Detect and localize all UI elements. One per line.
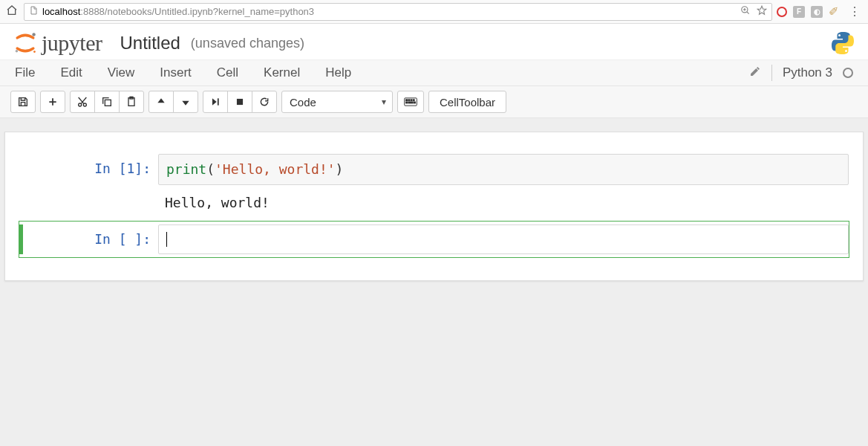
browser-menu-icon[interactable]: ⋮ — [846, 4, 864, 19]
menu-insert[interactable]: Insert — [160, 65, 192, 80]
code-input[interactable] — [158, 224, 849, 254]
edit-icon[interactable] — [749, 65, 761, 81]
svg-rect-11 — [218, 98, 219, 105]
svg-rect-15 — [408, 100, 410, 101]
extension-icon[interactable]: F — [793, 6, 805, 18]
notebook-header: jupyter Untitled (unsaved changes) — [0, 24, 868, 59]
cell-output: Hello, world! — [157, 192, 277, 213]
code-input[interactable]: print('Hello, world!') — [158, 154, 849, 185]
output-row: Hello, world! — [19, 192, 849, 213]
cell-toolbar-button[interactable]: CellToolbar — [428, 91, 506, 113]
toolbar: Code CellToolbar — [0, 86, 868, 118]
menu-kernel[interactable]: Kernel — [264, 65, 300, 80]
svg-point-5 — [845, 50, 847, 52]
svg-rect-17 — [413, 100, 414, 101]
url-host: localhost — [42, 6, 80, 17]
svg-point-4 — [838, 34, 841, 36]
insert-cell-button[interactable] — [40, 91, 65, 113]
url-port: :8888 — [80, 6, 105, 17]
divider — [771, 65, 772, 81]
cell-type-value: Code — [290, 96, 316, 109]
run-group — [203, 91, 277, 113]
svg-point-7 — [83, 103, 86, 106]
extension-icon[interactable]: ◐ — [811, 6, 823, 18]
svg-rect-20 — [414, 102, 416, 103]
svg-rect-9 — [128, 98, 134, 106]
home-icon[interactable] — [4, 4, 19, 19]
svg-point-1 — [32, 33, 35, 36]
code-token: 'Hello, world!' — [215, 161, 336, 178]
move-up-button[interactable] — [149, 91, 174, 113]
menu-view[interactable]: View — [108, 65, 135, 80]
input-prompt: In [1]: — [25, 154, 158, 184]
url-path: /notebooks/Untitled.ipynb?kernel_name=py… — [105, 6, 314, 17]
svg-rect-16 — [411, 100, 412, 101]
move-group — [149, 91, 198, 113]
code-token: ) — [336, 161, 344, 178]
svg-rect-19 — [408, 102, 413, 103]
browser-extensions: F ◐ ✐ — [777, 4, 841, 19]
text-cursor — [166, 232, 167, 247]
svg-rect-18 — [406, 102, 408, 103]
run-button[interactable] — [203, 91, 228, 113]
svg-point-0 — [742, 7, 748, 13]
cut-button[interactable] — [70, 91, 95, 113]
zoom-icon[interactable] — [740, 5, 751, 18]
restart-button[interactable] — [252, 91, 277, 113]
menu-bar: File Edit View Insert Cell Kernel Help P… — [0, 59, 868, 86]
url-input[interactable]: localhost:8888/notebooks/Untitled.ipynb?… — [24, 3, 772, 21]
svg-point-2 — [16, 50, 19, 53]
browser-address-bar: localhost:8888/notebooks/Untitled.ipynb?… — [0, 0, 868, 24]
command-palette-button[interactable] — [397, 91, 424, 113]
svg-point-3 — [33, 51, 36, 53]
bookmark-star-icon[interactable] — [757, 5, 767, 18]
extension-icon[interactable] — [777, 7, 787, 17]
kernel-name[interactable]: Python 3 — [783, 65, 832, 80]
page-icon — [29, 5, 38, 18]
notebook-save-status: (unsaved changes) — [191, 36, 304, 51]
jupyter-logo[interactable]: jupyter — [12, 30, 102, 56]
svg-rect-8 — [105, 100, 111, 106]
code-token: print — [166, 161, 206, 178]
notebook-title[interactable]: Untitled — [120, 33, 180, 54]
svg-rect-12 — [237, 99, 243, 105]
svg-rect-13 — [405, 98, 417, 106]
menu-edit[interactable]: Edit — [60, 65, 82, 80]
menu-file[interactable]: File — [15, 65, 35, 80]
edit-group — [70, 91, 144, 113]
cell-select-bar — [19, 154, 23, 185]
code-cell[interactable]: In [1]: print('Hello, world!') — [19, 150, 849, 189]
jupyter-brand-text: jupyter — [42, 30, 102, 56]
copy-button[interactable] — [94, 91, 120, 113]
cell-type-select[interactable]: Code — [281, 91, 393, 113]
python-logo-icon — [829, 30, 856, 56]
move-down-button[interactable] — [173, 91, 198, 113]
svg-rect-10 — [130, 97, 133, 99]
input-prompt: In [ ]: — [25, 224, 158, 254]
cell-select-bar — [19, 224, 23, 254]
svg-rect-14 — [406, 100, 408, 101]
save-button[interactable] — [10, 91, 36, 113]
code-token: ( — [206, 161, 215, 178]
svg-point-6 — [79, 103, 82, 106]
jupyter-mark-icon — [12, 31, 39, 55]
interrupt-button[interactable] — [227, 91, 252, 113]
notebook-container: In [1]: print('Hello, world!') Hello, wo… — [0, 118, 868, 294]
menu-cell[interactable]: Cell — [217, 65, 238, 80]
code-cell[interactable]: In [ ]: — [19, 221, 849, 258]
menu-help[interactable]: Help — [325, 65, 351, 80]
notebook-page: In [1]: print('Hello, world!') Hello, wo… — [4, 132, 864, 281]
kernel-indicator-icon — [843, 68, 853, 78]
paste-button[interactable] — [119, 91, 144, 113]
extension-icon[interactable]: ✐ — [829, 4, 838, 19]
